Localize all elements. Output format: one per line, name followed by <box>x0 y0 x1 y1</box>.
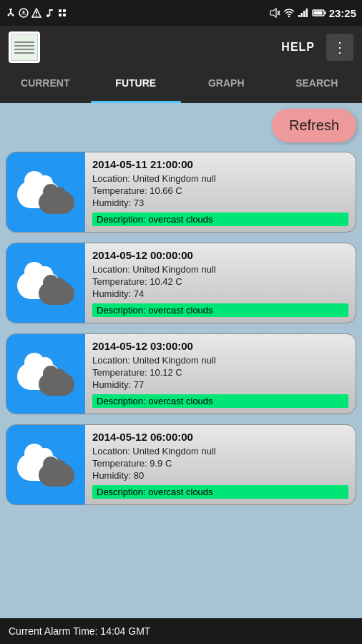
warning-icon <box>31 8 41 18</box>
card-location: Location: United Kingdom null <box>92 173 348 184</box>
card-temperature: Temperature: 9.9 C <box>92 458 348 469</box>
svg-rect-23 <box>300 13 303 17</box>
status-right-icons: 23:25 <box>269 7 356 19</box>
wifi-icon <box>283 8 295 18</box>
card-location: Location: United Kingdom null <box>92 355 348 366</box>
bottom-bar: Current Alarm Time: 14:04 GMT <box>0 618 362 644</box>
svg-line-5 <box>11 13 13 15</box>
app-bar: HELP ⋮ <box>0 26 362 69</box>
alarm-time-text: Current Alarm Time: 14:04 GMT <box>9 625 150 637</box>
card-weather-icon <box>6 152 85 232</box>
svg-rect-22 <box>298 15 300 17</box>
cloud-icon <box>17 444 74 487</box>
card-datetime: 2014-05-12 00:00:00 <box>92 249 348 261</box>
blackberry-icon <box>57 8 67 18</box>
svg-point-11 <box>47 14 49 17</box>
svg-rect-0 <box>9 9 12 10</box>
card-datetime: 2014-05-12 06:00:00 <box>92 431 348 443</box>
svg-rect-1 <box>10 10 11 14</box>
menu-button[interactable]: ⋮ <box>326 34 353 61</box>
tab-search[interactable]: SEARCH <box>272 69 363 103</box>
refresh-button[interactable]: Refresh <box>272 109 356 142</box>
tab-future[interactable]: FUTURE <box>91 69 182 103</box>
svg-rect-25 <box>305 9 308 17</box>
cloud-dark <box>39 282 74 305</box>
card-temperature: Temperature: 10.42 C <box>92 276 348 287</box>
cloud-icon <box>17 353 74 396</box>
card-weather-icon <box>6 334 85 414</box>
svg-rect-24 <box>303 11 305 17</box>
battery-icon <box>312 8 326 18</box>
card-info: 2014-05-12 06:00:00 Location: United Kin… <box>85 425 356 504</box>
cloud-dark <box>39 464 74 487</box>
card-humidity: Humidity: 80 <box>92 470 348 481</box>
card-info: 2014-05-11 21:00:00 Location: United Kin… <box>85 152 356 232</box>
card-location: Location: United Kingdom null <box>92 446 348 457</box>
card-datetime: 2014-05-11 21:00:00 <box>92 158 348 170</box>
card-description: Description: overcast clouds <box>92 213 348 226</box>
help-button[interactable]: HELP <box>281 41 315 54</box>
svg-rect-14 <box>59 9 62 12</box>
status-bar: 23:25 <box>0 0 362 26</box>
music-icon <box>44 8 54 18</box>
card-humidity: Humidity: 77 <box>92 379 348 390</box>
cards-container: 2014-05-11 21:00:00 Location: United Kin… <box>6 152 356 505</box>
svg-rect-16 <box>59 14 62 16</box>
whatsapp-icon <box>19 8 29 18</box>
card-description: Description: overcast clouds <box>92 303 348 317</box>
usb-icon <box>6 8 16 18</box>
cloud-dark <box>39 191 74 214</box>
card-weather-icon <box>6 425 85 504</box>
weather-card: 2014-05-11 21:00:00 Location: United Kin… <box>6 152 356 233</box>
svg-marker-18 <box>270 9 276 17</box>
weather-card: 2014-05-12 06:00:00 Location: United Kin… <box>6 424 356 505</box>
card-temperature: Temperature: 10.66 C <box>92 185 348 196</box>
card-weather-icon <box>6 243 85 323</box>
cloud-dark <box>39 373 74 396</box>
svg-line-4 <box>9 13 10 15</box>
svg-rect-17 <box>63 14 66 16</box>
svg-point-7 <box>23 11 25 13</box>
card-location: Location: United Kingdom null <box>92 264 348 275</box>
card-description: Description: overcast clouds <box>92 394 348 408</box>
weather-card: 2014-05-12 03:00:00 Location: United Kin… <box>6 333 356 414</box>
cloud-icon <box>17 262 74 305</box>
main-content: Refresh 2014-05-11 21:00:00 Location: Un… <box>0 103 362 618</box>
svg-rect-9 <box>36 11 37 14</box>
card-humidity: Humidity: 73 <box>92 197 348 208</box>
svg-point-21 <box>288 16 289 17</box>
card-description: Description: overcast clouds <box>92 485 348 499</box>
status-icons <box>6 8 67 18</box>
tab-current[interactable]: CURRENT <box>0 69 91 103</box>
tab-graph[interactable]: GRAPH <box>181 69 272 103</box>
card-info: 2014-05-12 03:00:00 Location: United Kin… <box>85 334 356 414</box>
mute-icon <box>269 8 280 18</box>
svg-rect-13 <box>49 9 53 11</box>
svg-rect-27 <box>324 11 326 14</box>
card-info: 2014-05-12 00:00:00 Location: United Kin… <box>85 243 356 323</box>
tab-bar: CURRENT FUTURE GRAPH SEARCH <box>0 69 362 103</box>
card-temperature: Temperature: 10.12 C <box>92 367 348 378</box>
app-logo <box>9 31 40 63</box>
card-humidity: Humidity: 74 <box>92 288 348 299</box>
app-bar-right: HELP ⋮ <box>281 34 353 61</box>
signal-icon <box>298 8 309 18</box>
cloud-icon <box>17 171 74 214</box>
svg-point-10 <box>36 15 37 16</box>
status-time: 23:25 <box>329 7 356 19</box>
svg-rect-15 <box>63 9 66 12</box>
card-datetime: 2014-05-12 03:00:00 <box>92 340 348 352</box>
weather-card: 2014-05-12 00:00:00 Location: United Kin… <box>6 243 356 323</box>
svg-rect-28 <box>313 11 322 15</box>
